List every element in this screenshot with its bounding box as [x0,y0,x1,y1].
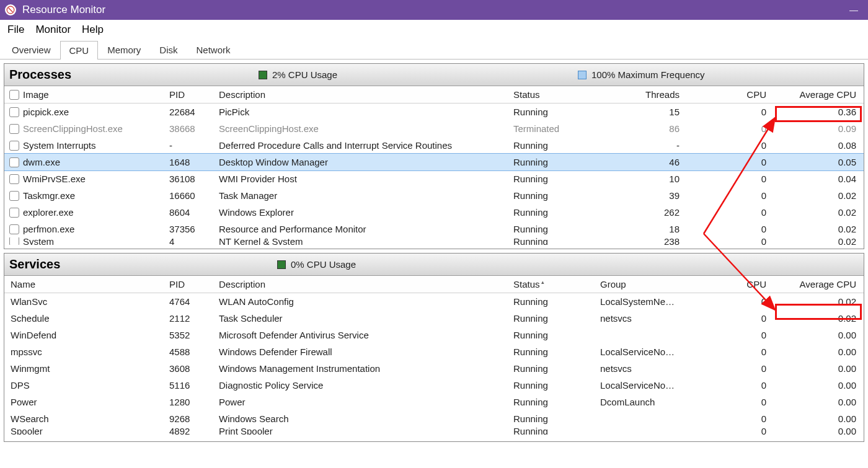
cell-avg-cpu: 0.09 [770,123,860,134]
table-row[interactable]: System Interrupts-Deferred Procedure Cal… [4,137,864,154]
cell-avg-cpu: 0.02 [770,296,860,307]
tab-disk[interactable]: Disk [150,40,187,59]
cell-name: DPS [4,380,166,391]
table-row[interactable]: Schedule2112Task SchedulerRunningnetsvcs… [4,310,864,327]
cell-group: DcomLaunch [596,397,683,407]
col-name[interactable]: Name [4,279,166,289]
cell-cpu: 0 [683,207,770,218]
col-avg-cpu[interactable]: Average CPU [770,89,860,100]
cell-image: dwm.exe [23,157,60,167]
cell-desc: ScreenClippingHost.exe [215,123,510,134]
cell-pid: 16660 [166,190,215,201]
cell-image: Taskmgr.exe [23,190,75,201]
table-row[interactable]: Spooler4892Print SpoolerRunning00.00 [4,427,864,435]
cell-cpu: 0 [683,174,770,184]
cell-desc: WMI Provider Host [215,174,510,184]
tab-network[interactable]: Network [187,40,240,59]
cell-name: mpssvc [4,347,166,357]
table-row[interactable]: ScreenClippingHost.exe38668ScreenClippin… [4,120,864,137]
cell-threads: 86 [596,123,683,134]
tab-memory[interactable]: Memory [98,40,150,59]
cell-status: Running [510,296,596,307]
row-checkbox[interactable] [9,208,19,218]
services-panel: Services 0% CPU Usage Name PID Descripti… [4,253,864,442]
col-threads[interactable]: Threads [596,89,683,100]
cell-cpu: 0 [683,224,770,234]
svg-line-1 [9,8,13,12]
table-row[interactable]: WlanSvc4764WLAN AutoConfigRunningLocalSy… [4,293,864,310]
minimize-button[interactable]: — [849,5,858,15]
cell-pid: 36108 [166,174,215,184]
cell-name: Schedule [4,313,166,324]
cell-avg-cpu: 0.02 [770,207,860,218]
col-status-s[interactable]: Status▴ [510,279,596,289]
col-group[interactable]: Group [596,279,683,289]
table-row[interactable]: DPS5116Diagnostic Policy ServiceRunningL… [4,377,864,394]
cell-pid: - [166,140,215,151]
cell-pid: 9268 [166,413,215,424]
col-desc-s[interactable]: Description [215,279,510,289]
menubar: File Monitor Help [0,20,868,40]
table-row[interactable]: Power1280PowerRunningDcomLaunch00.00 [4,394,864,410]
table-row[interactable]: Taskmgr.exe16660Task ManagerRunning3900.… [4,187,864,204]
col-pid[interactable]: PID [166,89,215,100]
table-row[interactable]: WmiPrvSE.exe36108WMI Provider HostRunnin… [4,170,864,187]
cell-status: Running [510,237,596,245]
menu-help[interactable]: Help [82,24,104,36]
table-row[interactable]: WinDefend5352Microsoft Defender Antiviru… [4,327,864,343]
table-row[interactable]: Winmgmt3608Windows Management Instrument… [4,360,864,377]
cell-threads: 238 [596,237,683,245]
col-status[interactable]: Status [510,89,596,100]
table-row[interactable]: WSearch9268Windows SearchRunning00.00 [4,410,864,427]
cell-pid: 2112 [166,313,215,324]
cell-threads: 46 [596,157,683,167]
cell-desc: Windows Management Instrumentation [215,363,510,374]
cell-image: System Interrupts [23,140,96,151]
col-cpu[interactable]: CPU [683,89,770,100]
cell-status: Running [510,313,596,324]
cell-desc: Deferred Procedure Calls and Interrupt S… [215,140,510,151]
col-cpu-s[interactable]: CPU [683,279,770,289]
table-row[interactable]: picpick.exe22684PicPickRunning1500.36 [4,104,864,120]
cell-avg-cpu: 0.36 [770,107,860,117]
row-checkbox[interactable] [9,124,19,134]
row-checkbox[interactable] [9,174,19,184]
cell-cpu: 0 [683,140,770,151]
table-row[interactable]: System4NT Kernel & SystemRunning23800.02 [4,237,864,245]
row-checkbox[interactable] [9,237,19,245]
cell-pid: 4892 [166,427,215,435]
row-checkbox[interactable] [9,191,19,201]
titlebar: Resource Monitor — [0,0,868,20]
row-checkbox[interactable] [9,107,19,117]
row-checkbox[interactable] [9,224,19,234]
col-description[interactable]: Description [215,89,510,100]
cell-group: netsvcs [596,313,683,324]
cell-desc: Task Scheduler [215,313,510,324]
col-pid-s[interactable]: PID [166,279,215,289]
table-row[interactable]: dwm.exe1648Desktop Window ManagerRunning… [4,154,864,170]
cell-pid: 38668 [166,123,215,134]
processes-header[interactable]: Processes 2% CPU Usage 100% Maximum Freq… [4,64,864,86]
table-row[interactable]: perfmon.exe37356Resource and Performance… [4,221,864,237]
table-row[interactable]: explorer.exe8604Windows ExplorerRunning2… [4,204,864,221]
cell-threads: 15 [596,107,683,117]
tab-overview[interactable]: Overview [2,40,60,59]
cell-avg-cpu: 0.02 [770,313,860,324]
col-avg-cpu-s[interactable]: Average CPU [770,279,860,289]
menu-monitor[interactable]: Monitor [35,24,71,36]
cell-status: Running [510,347,596,357]
menu-file[interactable]: File [7,24,24,36]
col-image[interactable]: Image [4,89,166,100]
select-all-checkbox[interactable] [9,90,19,100]
cell-desc: Task Manager [215,190,510,201]
cell-threads: - [596,140,683,151]
cell-cpu: 0 [683,157,770,167]
cell-threads: 39 [596,190,683,201]
cell-cpu: 0 [683,330,770,340]
tab-cpu[interactable]: CPU [60,41,99,60]
services-header[interactable]: Services 0% CPU Usage [4,254,864,276]
row-checkbox[interactable] [9,141,19,151]
row-checkbox[interactable] [9,157,19,167]
table-row[interactable]: mpssvc4588Windows Defender FirewallRunni… [4,343,864,360]
cell-pid: 8604 [166,207,215,218]
